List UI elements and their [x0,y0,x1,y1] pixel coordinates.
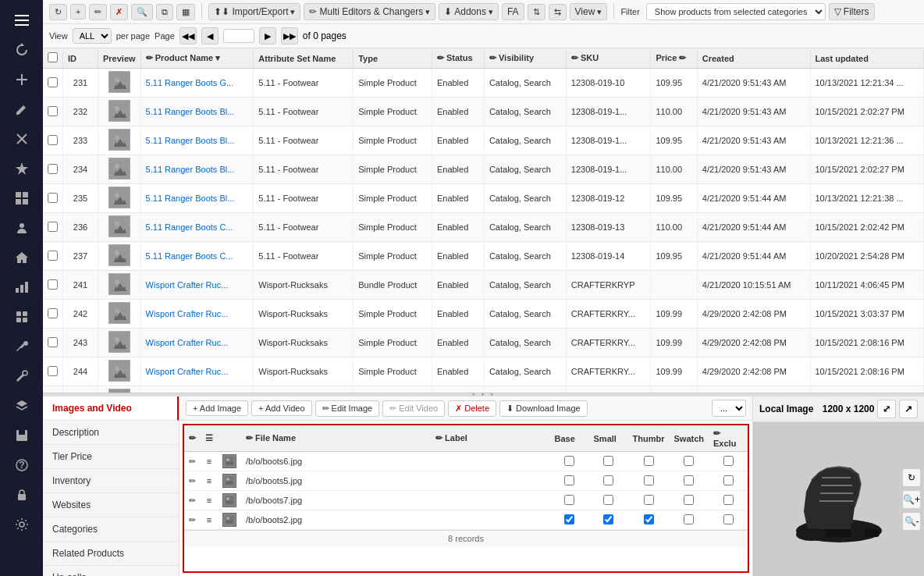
sidebar-icon-lock[interactable] [6,481,37,509]
svg-rect-70 [851,523,865,537]
sidebar-icon-edit[interactable] [6,95,37,123]
row-type: Simple Product [354,126,432,155]
table-row[interactable]: 232 5.11 Ranger Boots Bl... 5.11 - Footw… [43,98,924,126]
sidebar-icon-tools[interactable] [6,332,37,361]
icons-button-2[interactable]: ⇆ [549,4,567,20]
expand-icon[interactable]: ⤢ [877,400,896,418]
sidebar-item-categories[interactable]: Categories [43,517,179,542]
edit-button[interactable]: ✏ [89,4,107,20]
sidebar-icon-grid[interactable] [6,184,37,212]
filter-select[interactable]: Show products from selected categories [646,3,826,20]
row-checkbox[interactable] [48,164,58,174]
per-page-select[interactable]: ALL [73,28,112,44]
product-thumbnail [108,71,130,93]
row-checkbox[interactable] [48,135,58,145]
row-checkbox[interactable] [48,193,58,203]
copy-button[interactable]: ⧉ [156,4,173,20]
sidebar-item-images-video[interactable]: Images and Video [43,396,179,421]
add-image-button[interactable]: + Add Image [186,400,248,416]
view-button[interactable]: View ▾ [570,3,608,20]
col-attribute-set[interactable]: Attribute Set Name [254,48,354,69]
sidebar-item-tier-price[interactable]: Tier Price [43,445,179,469]
refresh-button[interactable]: ↻ [49,4,67,20]
add-video-button[interactable]: + Add Video [251,400,311,416]
row-checkbox[interactable] [48,222,58,232]
sidebar-icon-star[interactable] [6,155,37,183]
filters-button[interactable]: ▽ Filters [829,3,875,20]
page-first-button[interactable]: ◀◀ [179,27,197,44]
row-status: Enabled [432,357,484,386]
sidebar-icon-help[interactable]: ? [6,451,37,479]
sidebar-icon-save[interactable] [6,421,37,450]
sidebar-icon-user[interactable] [6,214,37,242]
table-row[interactable]: 237 5.11 Ranger Boots C... 5.11 - Footwe… [43,242,924,271]
img-col-swatch: Swatch [669,425,709,452]
row-checkbox[interactable] [48,366,58,376]
row-checkbox-cell [43,184,63,213]
col-visibility[interactable]: ✏ Visibility [484,48,566,69]
row-checkbox[interactable] [48,337,58,347]
sidebar-icon-chart[interactable] [6,273,37,301]
image-row[interactable]: ✏ ≡ /b/o/boots7.jpg [184,491,748,510]
table-row[interactable]: 243 Wisport Crafter Ruc... Wisport-Rucks… [43,329,924,357]
table-row[interactable]: 236 5.11 Ranger Boots C... 5.11 - Footwe… [43,213,924,242]
edit-image-button[interactable]: ✏ Edit Image [315,400,380,417]
sidebar-icon-wrench[interactable] [6,362,37,390]
sidebar-icon-add[interactable] [6,66,37,94]
download-image-button[interactable]: ⬇ Download Image [499,400,588,417]
sidebar-item-related-products[interactable]: Related Products [43,542,179,566]
panel-toolbar-dropdown[interactable]: ... [712,400,746,417]
multi-editors-button[interactable]: ✏ Multi Editors & Changers ▾ [304,3,435,20]
import-export-button[interactable]: ⬆⬇ Import/Export ▾ [208,3,300,20]
search-button[interactable]: 🔍 [131,4,153,20]
page-input[interactable]: 0 [223,29,254,43]
table-row[interactable]: 244 Wisport Crafter Ruc... Wisport-Rucks… [43,357,924,386]
grid-button[interactable]: ▦ [176,4,195,20]
svg-point-35 [115,164,119,169]
table-row[interactable]: 233 5.11 Ranger Boots Bl... 5.11 - Footw… [43,126,924,155]
page-prev-button[interactable]: ◀ [201,27,219,44]
sidebar-icon-delete[interactable] [6,125,37,153]
image-row[interactable]: ✏ ≡ /b/o/boots2.jpg [184,510,748,530]
add-button[interactable]: + [70,4,86,20]
sidebar-icon-home[interactable] [6,244,37,272]
table-row[interactable]: 242 Wisport Crafter Ruc... Wisport-Rucks… [43,300,924,329]
addons-button[interactable]: ⬇ Addons ▾ [439,3,499,20]
sidebar-item-description[interactable]: Description [43,421,179,445]
delete-image-button[interactable]: ✗ Delete [448,400,496,417]
row-checkbox[interactable] [48,77,58,87]
sidebar-item-up-sells[interactable]: Up-sells [43,566,179,576]
col-status[interactable]: ✏ Status [432,48,484,69]
row-checkbox[interactable] [48,279,58,290]
table-row[interactable]: 234 5.11 Ranger Boots Bl... 5.11 - Footw… [43,155,924,184]
zoom-out-icon[interactable]: 🔍- [902,512,921,531]
icons-button-1[interactable]: ⇅ [528,4,546,20]
sidebar-icon-menu[interactable] [6,6,37,34]
image-row[interactable]: ✏ ≡ /b/o/boots6.jpg [184,452,748,471]
zoom-in-icon[interactable]: 🔍+ [902,490,921,509]
external-link-icon[interactable]: ↗ [899,400,918,418]
edit-video-button[interactable]: ✏ Edit Video [382,400,445,417]
sidebar-item-inventory[interactable]: Inventory [43,469,179,493]
sidebar-icon-puzzle[interactable] [6,303,37,331]
table-row[interactable]: 241 Wisport Crafter Ruc... Wisport-Rucks… [43,271,924,300]
table-row[interactable]: 235 5.11 Ranger Boots Bl... 5.11 - Footw… [43,184,924,213]
delete-button[interactable]: ✗ [110,4,128,20]
rotate-icon[interactable]: ↻ [902,468,921,487]
row-checkbox[interactable] [48,251,58,261]
row-checkbox[interactable] [48,308,58,318]
sidebar-icon-settings[interactable] [6,510,37,539]
page-next-button[interactable]: ▶ [259,27,276,44]
col-product-name[interactable]: ✏ Product Name ▾ [140,48,254,69]
table-row[interactable]: 231 5.11 Ranger Boots G... 5.11 - Footwe… [43,69,924,98]
image-row[interactable]: ✏ ≡ /b/o/boots5.jpg [184,471,748,491]
fa-button[interactable]: FA [502,3,524,20]
col-sku[interactable]: ✏ SKU [566,48,651,69]
select-all-checkbox[interactable] [48,52,58,62]
page-last-button[interactable]: ▶▶ [281,27,298,44]
sidebar-item-websites[interactable]: Websites [43,493,179,517]
sidebar-icon-refresh[interactable] [6,36,37,64]
col-price[interactable]: Price ✏ [651,48,697,69]
sidebar-icon-layers[interactable] [6,392,37,420]
row-checkbox[interactable] [48,106,58,116]
